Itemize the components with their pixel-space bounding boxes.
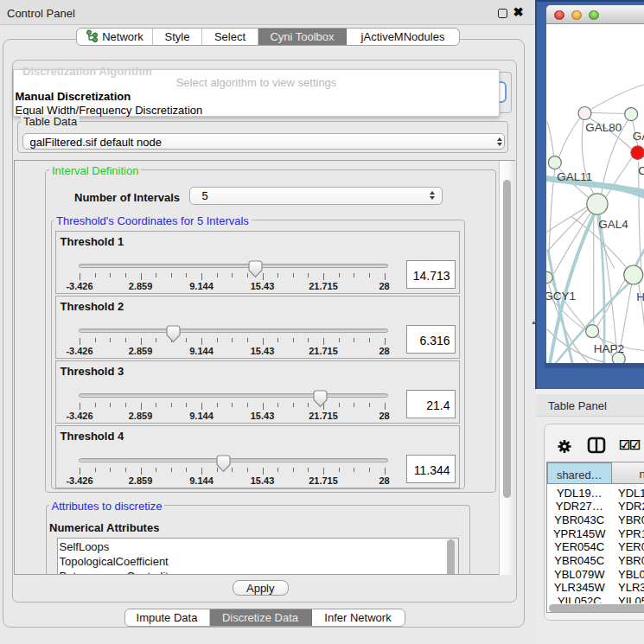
svg-text:GAL80: GAL80 xyxy=(585,121,622,134)
svg-text:CR: CR xyxy=(638,164,644,177)
svg-text:GAL4: GAL4 xyxy=(598,217,628,230)
svg-text:GAL11: GAL11 xyxy=(557,169,592,182)
svg-text:GCY1: GCY1 xyxy=(546,290,576,303)
svg-text:HI: HI xyxy=(636,290,644,303)
svg-text:GAL7: GAL7 xyxy=(632,130,644,143)
svg-text:HAP2: HAP2 xyxy=(593,342,623,355)
